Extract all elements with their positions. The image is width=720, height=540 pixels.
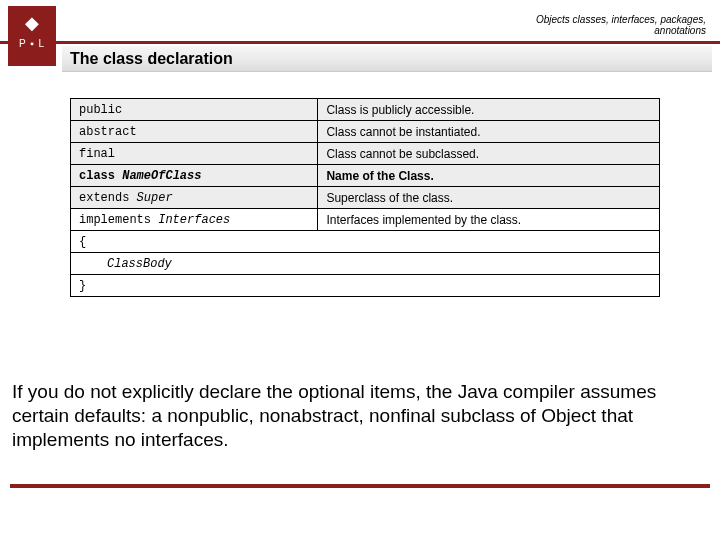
header: Objects classes, interfaces, packages, a… [0, 0, 720, 42]
table-row: class NameOfClassName of the Class. [71, 165, 660, 187]
syntax-keyword: implements [79, 213, 158, 227]
header-divider [0, 41, 720, 44]
table-cell-syntax: ClassBody [71, 253, 660, 275]
breadcrumb: Objects classes, interfaces, packages, a… [536, 14, 706, 36]
breadcrumb-line1: Objects classes, interfaces, packages, [536, 14, 706, 25]
table-cell-syntax: implements Interfaces [71, 209, 318, 231]
table-cell-description: Interfaces implemented by the class. [318, 209, 660, 231]
table-cell-syntax: abstract [71, 121, 318, 143]
table-row: finalClass cannot be subclassed. [71, 143, 660, 165]
breadcrumb-line2: annotations [654, 25, 706, 36]
table-row: ClassBody [71, 253, 660, 275]
syntax-keyword: final [79, 147, 115, 161]
body-paragraph: If you do not explicitly declare the opt… [12, 380, 708, 452]
syntax-keyword: public [79, 103, 122, 117]
table-row: abstractClass cannot be instantiated. [71, 121, 660, 143]
table-cell-syntax: final [71, 143, 318, 165]
table-row: { [71, 231, 660, 253]
logo: ◆ P ▪ L [8, 6, 56, 66]
table-cell-syntax: { [71, 231, 660, 253]
logo-label: P ▪ L [8, 38, 56, 49]
syntax-placeholder: NameOfClass [122, 169, 201, 183]
table-cell-syntax: class NameOfClass [71, 165, 318, 187]
syntax-keyword: { [79, 235, 86, 249]
table-row: } [71, 275, 660, 297]
declaration-table-wrap: publicClass is publicly accessible.abstr… [70, 98, 660, 297]
syntax-keyword: } [79, 279, 86, 293]
footer-divider [10, 484, 710, 488]
syntax-placeholder: Interfaces [158, 213, 230, 227]
table-row: publicClass is publicly accessible. [71, 99, 660, 121]
syntax-keyword: extends [79, 191, 137, 205]
table-cell-description: Class is publicly accessible. [318, 99, 660, 121]
syntax-placeholder: Super [137, 191, 173, 205]
table-cell-syntax: } [71, 275, 660, 297]
declaration-table: publicClass is publicly accessible.abstr… [70, 98, 660, 297]
table-row: extends SuperSuperclass of the class. [71, 187, 660, 209]
syntax-placeholder: ClassBody [107, 257, 172, 271]
syntax-keyword: abstract [79, 125, 137, 139]
table-cell-description: Superclass of the class. [318, 187, 660, 209]
logo-eagle-icon: ◆ [8, 14, 56, 32]
syntax-keyword: class [79, 169, 122, 183]
page-title: The class declaration [70, 50, 233, 68]
table-cell-description: Name of the Class. [318, 165, 660, 187]
table-cell-description: Class cannot be instantiated. [318, 121, 660, 143]
table-row: implements InterfacesInterfaces implemen… [71, 209, 660, 231]
table-cell-syntax: extends Super [71, 187, 318, 209]
table-cell-description: Class cannot be subclassed. [318, 143, 660, 165]
title-bar: The class declaration [62, 46, 712, 72]
table-cell-syntax: public [71, 99, 318, 121]
